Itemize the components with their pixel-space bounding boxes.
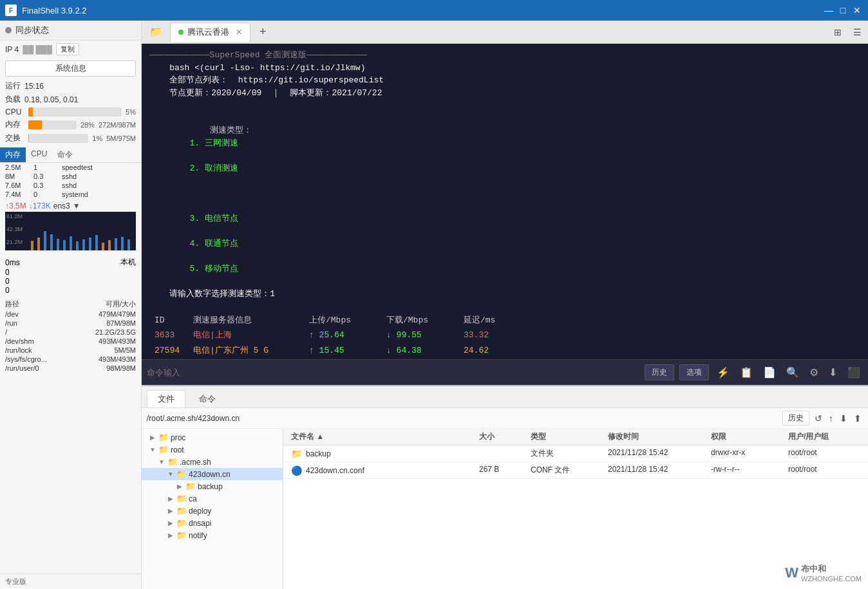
process-item[interactable]: 7.4M 0 systemd — [0, 190, 141, 199]
col-size: 大小 — [476, 431, 528, 442]
ip-label: IP 4 — [5, 45, 19, 54]
fullscreen-icon[interactable]: ⬛ — [845, 365, 863, 380]
svg-rect-16 — [115, 238, 117, 250]
proc-name: sshd — [62, 182, 136, 189]
download-icon[interactable]: ⬇ — [826, 365, 840, 380]
watermark-logo: W — [785, 565, 798, 581]
tree-item-dnsapi[interactable]: ▶ 📁 dnsapi — [142, 517, 283, 529]
svg-rect-11 — [82, 239, 85, 250]
options-button[interactable]: 选项 — [679, 364, 709, 380]
mem-stat-row: 内存 28% 272M/987M — [0, 118, 141, 131]
proc-name: systemd — [62, 191, 136, 198]
process-item[interactable]: 8M 0.3 sshd — [0, 172, 141, 181]
speed-row-2: 27594 电信|广东广州 5 G ↑ 15.45 ↓ 64.38 24.62 — [149, 343, 860, 359]
proc-cpu: 0.3 — [33, 182, 59, 189]
cpu-bar — [28, 108, 33, 117]
tree-item-root[interactable]: ▼ 📁 root — [142, 444, 283, 456]
swap-value: 5M/975M — [106, 135, 136, 142]
runtime-label: 运行 — [5, 80, 21, 91]
file-path-bar: 历史 ↺ ↑ ⬇ ⬆ — [142, 408, 868, 429]
grid-view-button[interactable]: ⊞ — [830, 24, 845, 40]
cpu-stat-row: CPU 5% — [0, 106, 141, 118]
tab-close-button[interactable]: ✕ — [236, 28, 242, 37]
file-name-cell: 📁 backup — [288, 448, 476, 459]
file-item-conf[interactable]: 🔵 423down.cn.conf 267 B CONF 文件 2021/11/… — [283, 462, 868, 479]
download-file-icon[interactable]: ⬇ — [838, 412, 849, 425]
sidebar: 同步状态 IP 4 ██ ███ 复制 系统信息 运行 15:16 负载 0.1… — [0, 21, 142, 589]
load-label: 负载 — [5, 94, 21, 105]
app-icon: F — [5, 5, 17, 16]
menu-view-button[interactable]: ☰ — [849, 24, 865, 40]
lightning-icon[interactable]: ⚡ — [714, 365, 732, 380]
tree-item-notify[interactable]: ▶ 📁 notify — [142, 529, 283, 541]
proc-cpu: 0.3 — [33, 173, 59, 180]
tree-item-ca[interactable]: ▶ 📁 ca — [142, 492, 283, 505]
file-copy-icon[interactable]: 📄 — [760, 365, 778, 380]
close-button[interactable]: ✕ — [851, 6, 863, 15]
search-icon[interactable]: 🔍 — [784, 365, 802, 380]
command-input[interactable] — [147, 368, 639, 377]
speed-row-1: 3633 电信|上海 ↑ 25.64 ↓ 99.55 33.32 — [149, 328, 860, 343]
proc-name: sshd — [62, 173, 136, 180]
tab-cpu[interactable]: CPU — [26, 147, 52, 162]
copy-icon[interactable]: 📋 — [737, 365, 755, 380]
latency-val-3: 0 — [5, 286, 136, 295]
disk-size-label: 可用/大小 — [22, 299, 136, 309]
process-item[interactable]: 2.5M 1 speedtest — [0, 163, 141, 172]
term-line: 3. 电信节点 4. 联通节点 5. 移动节点 — [149, 187, 860, 288]
minimize-button[interactable]: — — [823, 6, 835, 15]
net-up: ↑3.5M — [5, 201, 26, 210]
tab-mem[interactable]: 内存 — [0, 147, 26, 162]
tree-item-backup[interactable]: ▶ 📁 backup — [142, 480, 283, 492]
edition-label: 专业版 — [5, 577, 26, 585]
file-item-backup[interactable]: 📁 backup 文件夹 2021/11/28 15:42 drwxr-xr-x… — [283, 445, 868, 462]
history-button[interactable]: 历史 — [645, 364, 674, 380]
ip-row: IP 4 ██ ███ 复制 — [0, 41, 141, 58]
svg-text:42.3M: 42.3M — [6, 226, 23, 232]
term-divider: ————————————SuperSpeed 全面测速版———————————— — [149, 49, 860, 62]
folder-button[interactable]: 📁 — [144, 23, 167, 41]
copy-ip-button[interactable]: 复制 — [56, 43, 79, 55]
sys-info-button[interactable]: 系统信息 — [5, 61, 136, 77]
maximize-button[interactable]: □ — [837, 6, 849, 15]
svg-rect-8 — [63, 240, 66, 250]
tree-item-acme[interactable]: ▼ 📁 .acme.sh — [142, 456, 283, 468]
process-item[interactable]: 7.6M 0.3 sshd — [0, 181, 141, 190]
tree-item-423down[interactable]: ▼ 📁 423down.cn — [142, 468, 283, 480]
tree-arrow-icon: ▼ — [149, 446, 156, 453]
swap-pct: 1% — [92, 135, 102, 142]
tree-arrow-icon: ▶ — [167, 495, 175, 502]
file-tab-files[interactable]: 文件 — [147, 390, 185, 407]
settings-icon[interactable]: ⚙ — [807, 365, 821, 380]
refresh-icon[interactable]: ↺ — [813, 412, 824, 425]
tree-item-proc[interactable]: ▶ 📁 proc — [142, 431, 283, 444]
tree-item-deploy[interactable]: ▶ 📁 deploy — [142, 505, 283, 517]
add-tab-button[interactable]: + — [253, 23, 273, 41]
proc-cpu: 1 — [33, 164, 59, 171]
tab-label: 腾讯云香港 — [187, 26, 229, 38]
net-dropdown-icon[interactable]: ▼ — [73, 201, 80, 210]
active-tab[interactable]: 腾讯云香港 ✕ — [170, 23, 250, 42]
speed-table-header: ID 测速服务器信息 上传/Mbps 下载/Mbps 延迟/ms — [149, 313, 860, 328]
svg-rect-10 — [76, 241, 79, 250]
tab-cmd[interactable]: 命令 — [52, 147, 78, 162]
tree-arrow-icon: ▶ — [149, 434, 156, 441]
col-perm: 权限 — [708, 431, 786, 442]
up-dir-icon[interactable]: ↑ — [827, 412, 835, 425]
tree-label: deploy — [189, 507, 211, 516]
svg-rect-12 — [89, 238, 91, 250]
terminal[interactable]: ————————————SuperSpeed 全面测速版————————————… — [142, 44, 868, 359]
file-history-button[interactable]: 历史 — [782, 411, 809, 425]
disk-item: /sys/fs/cgro... 493M/493M — [5, 355, 136, 364]
svg-rect-14 — [102, 243, 104, 250]
tree-label: dnsapi — [189, 519, 211, 528]
disk-path: /dev — [5, 310, 19, 318]
file-tab-cmd[interactable]: 命令 — [188, 390, 227, 407]
upload-file-icon[interactable]: ⬆ — [853, 412, 863, 425]
file-path-input[interactable] — [147, 414, 778, 423]
file-owner: root/root — [786, 465, 863, 476]
disk-path: /run — [5, 319, 17, 327]
watermark: W 布中和 WZHONGHE.COM — [785, 563, 862, 583]
disk-size: 5M/5M — [35, 346, 136, 354]
swap-bar-wrap — [28, 134, 88, 143]
